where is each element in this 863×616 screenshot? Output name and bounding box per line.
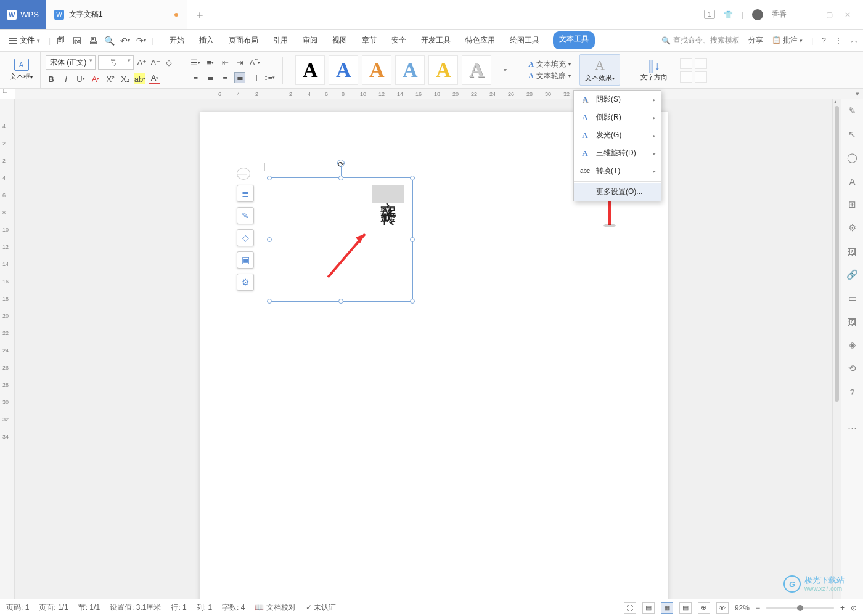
link-textbox-icon[interactable] bbox=[680, 58, 692, 69]
status-position[interactable]: 设置值: 3.1厘米 bbox=[110, 602, 161, 613]
font-color-icon[interactable]: A▾ bbox=[149, 73, 160, 84]
history-icon[interactable]: ⟲ bbox=[846, 362, 859, 375]
image-icon[interactable]: 🖼 bbox=[846, 315, 859, 328]
case-icon[interactable]: Aˇ▾ bbox=[249, 57, 260, 68]
superscript-icon[interactable]: X² bbox=[105, 73, 116, 84]
text-direction-button[interactable]: ‖↓ 文字方向 bbox=[636, 58, 673, 82]
status-auth[interactable]: ✓ 未认证 bbox=[306, 602, 336, 613]
status-col[interactable]: 列: 1 bbox=[197, 602, 212, 613]
resize-handle[interactable] bbox=[410, 299, 415, 304]
dropdown-item-3[interactable]: A三维旋转(D)▸ bbox=[574, 144, 661, 162]
bold-icon[interactable]: B bbox=[46, 73, 57, 84]
comment-button[interactable]: 📋 批注 ▾ bbox=[772, 35, 803, 46]
menu-tab-1[interactable]: 插入 bbox=[198, 31, 215, 49]
rotate-handle[interactable]: ⟳ bbox=[337, 160, 345, 167]
menu-tab-6[interactable]: 章节 bbox=[361, 31, 378, 49]
wordart-gallery[interactable]: AAAAAA bbox=[290, 55, 496, 85]
page-view-icon[interactable]: ▦ bbox=[661, 602, 673, 614]
layout-options-icon[interactable]: ≣ bbox=[237, 185, 254, 202]
font-size-select[interactable]: 一号 bbox=[98, 55, 134, 70]
table-icon[interactable]: ⊞ bbox=[846, 198, 859, 211]
underline-icon[interactable]: U▾ bbox=[75, 73, 86, 84]
notification-badge[interactable]: 1 bbox=[704, 10, 715, 19]
wordart-style-0[interactable]: A bbox=[295, 55, 325, 85]
align-right-icon[interactable]: ≡ bbox=[219, 72, 231, 83]
select-icon[interactable]: ↖ bbox=[846, 128, 859, 140]
print-icon[interactable]: 🖶 bbox=[88, 35, 99, 46]
resize-handle[interactable] bbox=[338, 299, 343, 304]
status-page-info[interactable]: 页面: 1/1 bbox=[39, 602, 68, 613]
menu-tab-3[interactable]: 引用 bbox=[272, 31, 289, 49]
status-wordcount[interactable]: 字数: 4 bbox=[222, 602, 245, 613]
wordart-style-2[interactable]: A bbox=[362, 55, 391, 85]
resize-handle[interactable] bbox=[410, 237, 415, 242]
eye-view-icon[interactable]: 👁 bbox=[716, 602, 729, 614]
avatar[interactable] bbox=[752, 9, 763, 20]
dropdown-more-settings[interactable]: 更多设置(O)... bbox=[574, 183, 661, 201]
align-justify-icon[interactable]: ≣ bbox=[234, 72, 245, 83]
print-preview-icon[interactable]: 🗟 bbox=[72, 35, 83, 46]
zoom-in-icon[interactable]: + bbox=[840, 604, 845, 612]
resize-handle[interactable] bbox=[338, 176, 343, 180]
selected-text[interactable]: 文字旋转 bbox=[372, 185, 404, 203]
dropdown-item-0[interactable]: A阴影(S)▸ bbox=[574, 91, 661, 108]
bullet-list-icon[interactable]: ☰▾ bbox=[190, 57, 201, 68]
wordart-style-4[interactable]: A bbox=[428, 55, 458, 85]
vertical-ruler[interactable]: 42246810121416182022242628303234 bbox=[0, 99, 15, 599]
text-effect-button[interactable]: A 文本效果▾ bbox=[579, 54, 620, 86]
shield-icon[interactable]: ◈ bbox=[846, 339, 859, 351]
subscript-icon[interactable]: X₂ bbox=[120, 73, 131, 84]
help-icon[interactable]: ? bbox=[822, 36, 826, 45]
apparel-icon[interactable]: 👕 bbox=[724, 10, 733, 19]
zoom-value[interactable]: 92% bbox=[735, 604, 750, 612]
align-center-icon[interactable]: ≣ bbox=[205, 72, 216, 83]
status-proof[interactable]: 📖 文档校对 bbox=[255, 602, 295, 613]
line-spacing-icon[interactable]: ↕≡▾ bbox=[264, 72, 275, 83]
outdent-icon[interactable]: ⇤ bbox=[219, 57, 231, 68]
text-outline-button[interactable]: A 文本轮廓▾ bbox=[528, 71, 571, 81]
collapse-ribbon-icon[interactable]: ︿ bbox=[851, 35, 858, 46]
fullscreen-view-icon[interactable]: ⛶ bbox=[624, 602, 636, 614]
wordart-style-5[interactable]: A bbox=[462, 55, 491, 85]
wordart-style-3[interactable]: A bbox=[395, 55, 425, 85]
menu-tab-5[interactable]: 视图 bbox=[331, 31, 348, 49]
textbox-shape[interactable]: ⟳ 文字旋转 bbox=[269, 177, 413, 302]
status-page-no[interactable]: 页码: 1 bbox=[6, 602, 29, 613]
chain-icon[interactable]: 🔗 bbox=[846, 269, 859, 281]
dropdown-item-2[interactable]: A发光(G)▸ bbox=[574, 126, 661, 144]
next-textbox-icon[interactable] bbox=[695, 71, 707, 83]
prev-textbox-icon[interactable] bbox=[680, 71, 692, 83]
maximize-button[interactable]: ▢ bbox=[820, 6, 838, 24]
help-icon[interactable]: ? bbox=[846, 386, 859, 398]
zoom-out-icon[interactable]: − bbox=[756, 604, 760, 612]
menu-tab-7[interactable]: 安全 bbox=[390, 31, 407, 49]
status-line[interactable]: 行: 1 bbox=[171, 602, 186, 613]
menu-tab-9[interactable]: 特色应用 bbox=[464, 31, 496, 49]
menu-tab-0[interactable]: 开始 bbox=[168, 31, 186, 49]
fit-icon[interactable]: ⊙ bbox=[851, 604, 857, 612]
web-view-icon[interactable]: ⊕ bbox=[698, 602, 710, 614]
redo-icon[interactable]: ↷▾ bbox=[136, 35, 147, 46]
menu-tab-10[interactable]: 绘图工具 bbox=[509, 31, 541, 49]
file-menu-button[interactable]: 文件 ▾ bbox=[5, 33, 44, 48]
ruler-collapse-icon[interactable]: ▾ bbox=[856, 90, 859, 98]
wrap-text-icon[interactable]: ▣ bbox=[237, 251, 254, 269]
dropdown-item-4[interactable]: abc转换(T)▸ bbox=[574, 162, 661, 180]
preview-icon[interactable]: 🔍 bbox=[104, 35, 115, 46]
clear-format-icon[interactable]: ◇ bbox=[163, 57, 174, 68]
read-view-icon[interactable]: ▤ bbox=[642, 602, 655, 614]
new-tab-button[interactable]: ＋ bbox=[187, 0, 212, 29]
more-icon[interactable]: ⋮ bbox=[835, 36, 842, 45]
more-shape-icon[interactable]: ⚙ bbox=[237, 274, 254, 291]
menu-tab-8[interactable]: 开发工具 bbox=[420, 31, 452, 49]
dropdown-item-1[interactable]: A倒影(R)▸ bbox=[574, 108, 661, 126]
resize-handle[interactable] bbox=[410, 176, 415, 180]
close-button[interactable]: ✕ bbox=[838, 6, 857, 24]
undo-icon[interactable]: ↶▾ bbox=[120, 35, 131, 46]
bookmark-icon[interactable]: ▭ bbox=[846, 292, 859, 304]
outline-view-icon[interactable]: ▤ bbox=[679, 602, 692, 614]
status-section[interactable]: 节: 1/1 bbox=[78, 602, 100, 613]
strike-icon[interactable]: A▾ bbox=[90, 73, 101, 84]
minimize-button[interactable]: — bbox=[801, 6, 820, 24]
fill-shape-icon[interactable]: ◇ bbox=[237, 229, 254, 246]
